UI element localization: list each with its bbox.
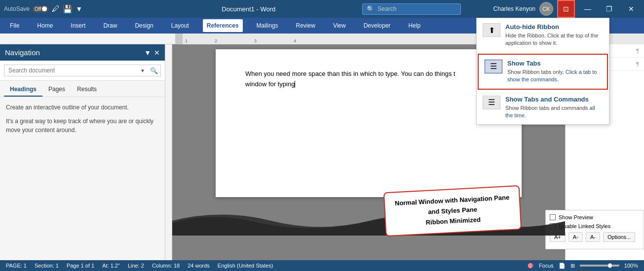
tab-help[interactable]: Help (404, 19, 424, 32)
title-bar: AutoSave Off 🖊 💾 ▼ Document1 - Word 🔍 Se… (0, 0, 644, 18)
toggle-dot (42, 6, 47, 11)
dropdown-show-all[interactable]: ☰ Show Tabs and Commands Show Ribbon tab… (477, 91, 609, 125)
tab-layout[interactable]: Layout (167, 19, 193, 32)
ribbon-dropdown: ⬆ Auto-hide Ribbon Hide the Ribbon. Clic… (476, 18, 609, 125)
zoom-slider[interactable] (580, 265, 619, 267)
show-tabs-icon: ☰ (485, 60, 502, 73)
window-title: Document1 - Word (167, 5, 331, 13)
styles-buttons-row: A+ A◦ A- Options... (565, 232, 640, 242)
close-button[interactable]: ✕ (622, 0, 640, 18)
tab-draw[interactable]: Draw (99, 19, 121, 32)
status-page-of: Page 1 of 1 (67, 263, 94, 269)
nav-close-icon[interactable]: ✕ (154, 49, 160, 57)
view-icon-2[interactable]: ⊞ (570, 263, 575, 269)
tab-developer[interactable]: Developer (360, 19, 395, 32)
status-right: 🎯 Focus 📄 ⊞ 100% (527, 263, 638, 269)
style-btn-inspect[interactable]: A◦ (568, 232, 583, 242)
tab-design[interactable]: Design (131, 19, 157, 32)
show-tabs-desc: Show Ribbon tabs only. Click a tab to sh… (507, 68, 601, 84)
auto-hide-desc: Hide the Ribbon. Click at the top of the… (505, 32, 603, 47)
search-box[interactable]: 🔍 Search (362, 3, 461, 15)
status-words: 24 words (188, 263, 210, 269)
nav-description-1: Create an interactive outline of your do… (6, 103, 159, 112)
search-button[interactable]: 🔍 (147, 65, 161, 76)
title-bar-left: AutoSave Off 🖊 💾 ▼ (4, 4, 167, 14)
dropdown-auto-hide-text: Auto-hide Ribbon Hide the Ribbon. Click … (505, 23, 603, 47)
nav-header: Navigation ▼ ✕ (0, 44, 165, 61)
style-btn-decrease[interactable]: A- (586, 232, 600, 242)
status-zoom: 100% (624, 263, 638, 269)
status-column: Column: 18 (152, 263, 180, 269)
status-line: Line: 2 (128, 263, 144, 269)
disable-linked-label: Disable Linked Styles (565, 223, 610, 229)
document-page[interactable]: When you need more space than this in wh… (216, 49, 522, 197)
tab-references[interactable]: References (203, 19, 243, 32)
search-placeholder: Search (378, 5, 396, 12)
nav-description-2: It's a great way to keep track of where … (6, 117, 159, 135)
label-box: Normal Window with Navigation Pane and S… (383, 185, 522, 237)
tab-headings[interactable]: Headings (4, 83, 42, 97)
minimize-button[interactable]: — (579, 0, 597, 18)
auto-hide-title: Auto-hide Ribbon (505, 23, 603, 31)
vertical-ruler (165, 44, 172, 260)
nav-title: Navigation (5, 48, 40, 57)
tab-pages[interactable]: Pages (42, 83, 71, 97)
tab-insert[interactable]: Insert (67, 19, 89, 32)
search-wrapper: ▼ 🔍 (4, 65, 161, 76)
tab-view[interactable]: View (329, 19, 350, 32)
view-icon-1[interactable]: 📄 (559, 263, 566, 269)
dropdown-show-tabs[interactable]: ☰ Show Tabs Show Ribbon tabs only. Click… (478, 54, 608, 90)
autosave-label: AutoSave (4, 5, 30, 12)
styles-title-mark: ¶ (636, 61, 639, 67)
document-text[interactable]: When you need more space than this in wh… (245, 69, 492, 90)
dropdown-show-tabs-text: Show Tabs Show Ribbon tabs only. Click a… (507, 60, 601, 84)
navigation-pane: Navigation ▼ ✕ ▼ 🔍 Headings Pages Result… (0, 44, 165, 260)
ribbon-options-button[interactable]: ⊡ (557, 0, 575, 18)
toolbar-icon-2[interactable]: 💾 (63, 4, 73, 14)
dropdown-show-all-text: Show Tabs and Commands Show Ribbon tabs … (505, 96, 603, 120)
nav-search: ▼ 🔍 (0, 61, 165, 81)
nav-content: Create an interactive outline of your do… (0, 97, 165, 145)
dropdown-auto-hide[interactable]: ⬆ Auto-hide Ribbon Hide the Ribbon. Clic… (477, 18, 609, 53)
autosave-toggle[interactable]: Off (33, 6, 49, 12)
tab-mailings[interactable]: Mailings (253, 19, 282, 32)
doc-text-line2: window for typing (245, 80, 295, 88)
show-preview-row: Show Preview (565, 214, 640, 220)
auto-hide-icon: ⬆ (483, 23, 500, 37)
focus-icon[interactable]: 🎯 (527, 263, 534, 269)
styles-bottom-panel: Show Preview Disable Linked Styles A+ A◦… (565, 210, 644, 249)
status-language: English (United States) (218, 263, 273, 269)
status-page: PAGE: 1 (6, 263, 27, 269)
search-dropdown-arrow[interactable]: ▼ (138, 65, 147, 76)
tab-review[interactable]: Review (292, 19, 319, 32)
restore-button[interactable]: ❐ (601, 0, 618, 18)
search-input[interactable] (4, 65, 161, 76)
toolbar-icon-1[interactable]: 🖊 (52, 4, 60, 13)
tab-home[interactable]: Home (33, 19, 57, 32)
toolbar-icon-3[interactable]: ▼ (76, 5, 82, 13)
tab-file[interactable]: File (6, 19, 23, 32)
avatar[interactable]: CK (539, 2, 553, 16)
nav-tabs: Headings Pages Results (0, 81, 165, 97)
style-btn-increase[interactable]: A+ (565, 232, 566, 242)
show-tabs-title: Show Tabs (507, 60, 601, 67)
nav-header-icons: ▼ ✕ (144, 49, 160, 57)
search-icon: 🔍 (367, 5, 375, 13)
title-bar-right: Charles Kenyon CK ⊡ — ❐ ✕ (493, 0, 640, 18)
options-button[interactable]: Options... (603, 232, 635, 242)
user-name: Charles Kenyon (493, 5, 535, 12)
styles-heading2-mark: ¶ (636, 48, 639, 54)
show-all-icon: ☰ (483, 96, 500, 109)
doc-text-line1: When you need more space than this in wh… (245, 70, 455, 77)
show-preview-label: Show Preview (565, 214, 593, 220)
show-all-desc: Show Ribbon tabs and commands all the ti… (505, 104, 603, 120)
show-all-title: Show Tabs and Commands (505, 96, 603, 103)
nav-expand-icon[interactable]: ▼ (144, 49, 151, 57)
toggle-state: Off (35, 6, 41, 12)
disable-linked-row: Disable Linked Styles (565, 223, 640, 229)
status-focus: Focus (539, 263, 554, 269)
status-section: Section: 1 (35, 263, 59, 269)
tab-results[interactable]: Results (71, 83, 103, 97)
status-at: At: 1.2" (102, 263, 120, 269)
status-bar: PAGE: 1 Section: 1 Page 1 of 1 At: 1.2" … (0, 260, 644, 271)
